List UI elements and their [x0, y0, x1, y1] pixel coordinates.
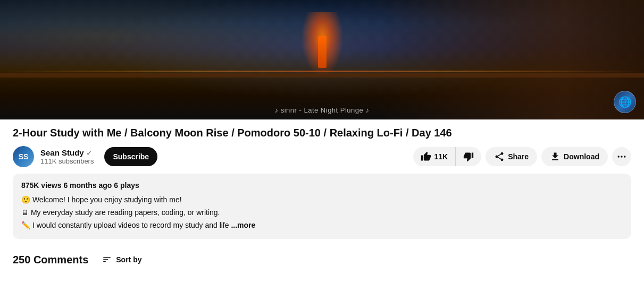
more-icon: [616, 151, 627, 162]
like-button[interactable]: 11K: [413, 147, 456, 166]
channel-row: SS Sean Study ✓ 111K subscribers Subscri…: [13, 146, 631, 167]
verified-icon: ✓: [86, 149, 93, 157]
channel-name-row: Sean Study ✓: [40, 148, 94, 157]
music-note-bar: ♪ sinnr - Late Night Plunge ♪: [275, 106, 370, 114]
download-button[interactable]: Download: [541, 147, 608, 166]
share-label: Share: [508, 152, 529, 161]
description-box[interactable]: 875K views 6 months ago 6 plays 🙂 Welcom…: [13, 174, 631, 239]
video-title: 2-Hour Study with Me / Balcony Moon Rise…: [13, 126, 631, 140]
globe-icon: 🌐: [614, 91, 636, 113]
more-options-button[interactable]: [612, 147, 631, 166]
description-stats: 875K views 6 months ago 6 plays: [21, 180, 623, 191]
action-buttons: 11K Share Download: [413, 147, 632, 166]
description-line-3: ✏️ I would constantly upload videos to r…: [21, 220, 623, 231]
content-area: 2-Hour Study with Me / Balcony Moon Rise…: [0, 119, 644, 272]
subscribe-button[interactable]: Subscribe: [104, 147, 157, 166]
thumbs-up-icon: [421, 151, 431, 162]
channel-info: Sean Study ✓ 111K subscribers: [40, 148, 94, 165]
svg-point-0: [618, 156, 620, 157]
like-dislike-group: 11K: [413, 147, 482, 166]
sort-icon: [102, 255, 112, 264]
video-thumbnail[interactable]: ♪ sinnr - Late Night Plunge ♪ 🌐: [0, 0, 644, 119]
share-icon: [494, 151, 505, 162]
channel-name[interactable]: Sean Study: [40, 148, 84, 157]
share-button[interactable]: Share: [486, 147, 537, 166]
comments-count: 250 Comments: [13, 254, 88, 266]
channel-avatar[interactable]: SS: [13, 146, 34, 167]
description-line-1: 🙂 Welcome! I hope you enjoy studying wit…: [21, 194, 623, 205]
download-icon: [550, 151, 561, 162]
sort-label: Sort by: [116, 255, 141, 264]
description-line-2: 🖥 My everyday study are reading papers, …: [21, 207, 623, 218]
thumbs-down-icon: [463, 151, 474, 162]
dislike-button[interactable]: [456, 147, 481, 166]
like-count: 11K: [434, 152, 448, 161]
subscriber-count: 111K subscribers: [40, 157, 94, 165]
sort-button[interactable]: Sort by: [97, 252, 147, 268]
svg-point-1: [621, 156, 622, 157]
more-link[interactable]: ...more: [231, 221, 255, 229]
comments-section: 250 Comments Sort by: [13, 247, 631, 272]
svg-point-2: [624, 156, 625, 157]
download-label: Download: [564, 152, 599, 161]
